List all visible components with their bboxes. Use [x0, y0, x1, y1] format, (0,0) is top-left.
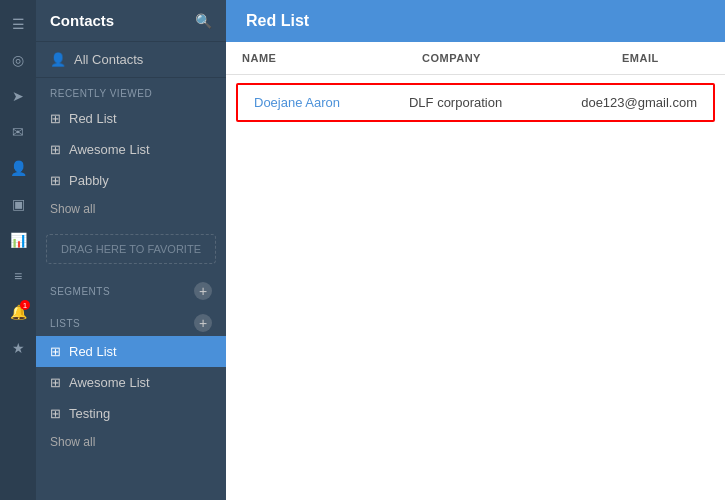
globe-icon[interactable]: ◎: [2, 44, 34, 76]
icon-bar: ☰ ◎ ➤ ✉ 👤 ▣ 📊 ≡ 🔔 1 ★: [0, 0, 36, 500]
sidebar-item-awesome-list-recent[interactable]: ⊞ Awesome List: [36, 134, 226, 165]
segments-label: SEGMENTS: [50, 286, 110, 297]
sidebar-item-label: Pabbly: [69, 173, 109, 188]
bell-icon[interactable]: 🔔 1: [2, 296, 34, 328]
column-header-email: EMAIL: [622, 52, 709, 64]
add-list-button[interactable]: +: [194, 314, 212, 332]
all-contacts-icon: 👤: [50, 52, 66, 67]
table-row[interactable]: Doejane Aaron DLF corporation doe123@gma…: [236, 83, 715, 122]
lists-section-header: LISTS +: [36, 304, 226, 336]
sidebar: Contacts 🔍 👤 All Contacts RECENTLY VIEWE…: [36, 0, 226, 500]
chart-icon[interactable]: 📊: [2, 224, 34, 256]
segments-section-header: SEGMENTS +: [36, 272, 226, 304]
sidebar-item-label: Awesome List: [69, 142, 150, 157]
main-header: Red List: [226, 0, 725, 42]
list-icon-1: ⊞: [50, 344, 61, 359]
person-icon[interactable]: 👤: [2, 152, 34, 184]
star-icon[interactable]: ★: [2, 332, 34, 364]
sidebar-item-red-list[interactable]: ⊞ Red List: [36, 336, 226, 367]
contacts-table: NAME COMPANY EMAIL Doejane Aaron DLF cor…: [226, 42, 725, 500]
menu-icon[interactable]: ☰: [2, 8, 34, 40]
box-icon[interactable]: ▣: [2, 188, 34, 220]
sidebar-item-label: Red List: [69, 344, 117, 359]
contact-name[interactable]: Doejane Aaron: [254, 95, 409, 110]
send-icon[interactable]: ➤: [2, 80, 34, 112]
notification-badge: 1: [20, 300, 30, 310]
sidebar-item-label: Awesome List: [69, 375, 150, 390]
sidebar-item-red-list-recent[interactable]: ⊞ Red List: [36, 103, 226, 134]
grid-icon-2: ⊞: [50, 142, 61, 157]
contact-email: doe123@gmail.com: [581, 95, 697, 110]
list-icon-2: ⊞: [50, 375, 61, 390]
show-all-lists[interactable]: Show all: [36, 429, 226, 459]
sidebar-item-testing[interactable]: ⊞ Testing: [36, 398, 226, 429]
column-header-name: NAME: [242, 52, 422, 64]
drag-to-favorite-zone: DRAG HERE TO FAVORITE: [46, 234, 216, 264]
add-segment-button[interactable]: +: [194, 282, 212, 300]
mail-icon[interactable]: ✉: [2, 116, 34, 148]
sidebar-item-label: Red List: [69, 111, 117, 126]
all-contacts-item[interactable]: 👤 All Contacts: [36, 42, 226, 78]
sidebar-header: Contacts 🔍: [36, 0, 226, 42]
lists-label: LISTS: [50, 318, 80, 329]
sidebar-item-pabbly-recent[interactable]: ⊞ Pabbly: [36, 165, 226, 196]
sidebar-item-awesome-list[interactable]: ⊞ Awesome List: [36, 367, 226, 398]
show-all-recent[interactable]: Show all: [36, 196, 226, 226]
main-content: Red List NAME COMPANY EMAIL Doejane Aaro…: [226, 0, 725, 500]
page-title: Red List: [246, 12, 309, 30]
list-alt-icon[interactable]: ≡: [2, 260, 34, 292]
recently-viewed-label: RECENTLY VIEWED: [36, 78, 226, 103]
table-header: NAME COMPANY EMAIL: [226, 42, 725, 75]
contact-company: DLF corporation: [409, 95, 581, 110]
grid-icon-3: ⊞: [50, 173, 61, 188]
all-contacts-label: All Contacts: [74, 52, 143, 67]
sidebar-title: Contacts: [50, 12, 114, 29]
sidebar-search-icon[interactable]: 🔍: [195, 13, 212, 29]
list-icon-3: ⊞: [50, 406, 61, 421]
column-header-company: COMPANY: [422, 52, 622, 64]
grid-icon-1: ⊞: [50, 111, 61, 126]
sidebar-item-label: Testing: [69, 406, 110, 421]
